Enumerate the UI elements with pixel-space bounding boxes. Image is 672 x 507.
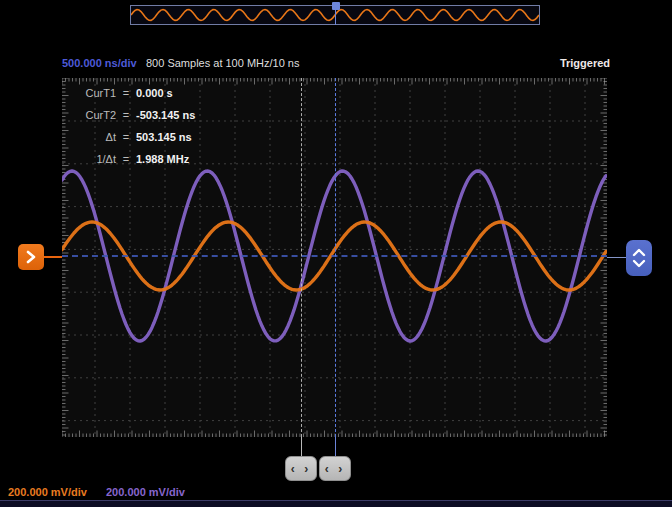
cursor-t2-handle[interactable]: ‹ ›	[285, 456, 317, 481]
readout-eq: =	[121, 104, 131, 126]
trigger-level-marker[interactable]	[18, 244, 44, 270]
chevron-up-icon	[632, 248, 646, 257]
acquisition-label: 800 Samples at 100 MHz/10 ns	[146, 57, 299, 69]
readout-label: Δt	[68, 126, 116, 148]
trigger-position-line	[335, 10, 336, 25]
readout-label: CurT2	[68, 104, 116, 126]
cursor-t1-stub	[335, 437, 336, 457]
right-chevron-icon	[25, 250, 37, 264]
cursor-t1-handle[interactable]: ‹ ›	[319, 456, 351, 481]
scope-plot[interactable]: CurT1 = 0.000 s CurT2 = -503.145 ns Δt =…	[62, 78, 607, 437]
cursor-t2-stub	[301, 437, 302, 457]
channel1-scale-label: 200.000 mV/div	[8, 486, 87, 498]
readout-value: 1.988 MHz	[136, 148, 195, 170]
readout-label: 1/Δt	[68, 148, 116, 170]
chevron-down-icon	[632, 259, 646, 268]
handle-glyph: ‹ ›	[325, 462, 345, 476]
trigger-level-connector	[44, 256, 62, 258]
oscilloscope-app: 500.000 ns/div 800 Samples at 100 MHz/10…	[0, 0, 672, 507]
timebase-label: 500.000 ns/div	[62, 57, 137, 69]
cursor-readout: CurT1 = 0.000 s CurT2 = -503.145 ns Δt =…	[68, 82, 195, 170]
cursor-t2-line[interactable]	[301, 78, 302, 437]
trigger-status-label: Triggered	[560, 57, 610, 69]
handle-glyph: ‹ ›	[291, 462, 311, 476]
cursor-t1-line[interactable]	[335, 78, 336, 437]
readout-eq: =	[121, 126, 131, 148]
channel2-scale-label: 200.000 mV/div	[106, 486, 185, 498]
channel-offset-connector	[607, 257, 626, 258]
bottom-panel-edge	[0, 500, 672, 507]
readout-eq: =	[121, 148, 131, 170]
readout-value: 0.000 s	[136, 82, 195, 104]
trigger-position-pin-icon[interactable]	[332, 2, 340, 10]
readout-eq: =	[121, 82, 131, 104]
readout-label: CurT1	[68, 82, 116, 104]
readout-value: -503.145 ns	[136, 104, 195, 126]
readout-value: 503.145 ns	[136, 126, 195, 148]
channel-offset-marker[interactable]	[626, 240, 652, 276]
